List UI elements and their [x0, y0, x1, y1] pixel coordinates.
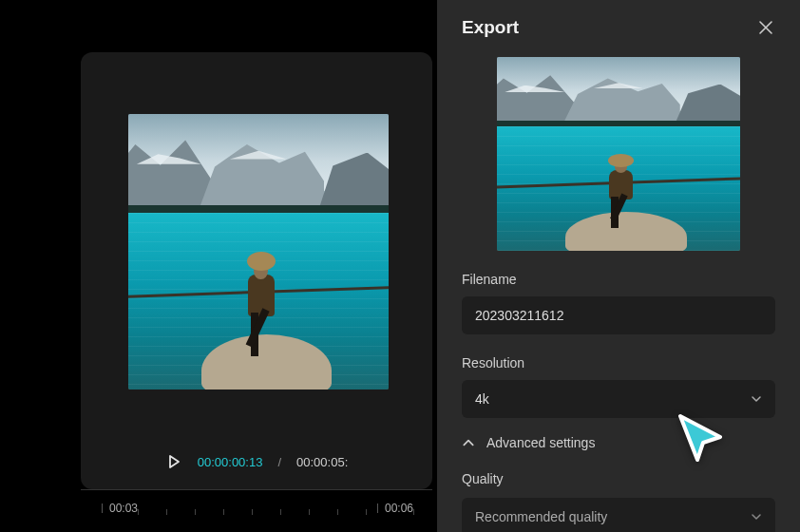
export-thumbnail: [497, 57, 740, 251]
preview-thumbnail[interactable]: [128, 114, 389, 390]
resolution-label: Resolution: [462, 355, 775, 370]
cursor-pointer-icon: [673, 410, 732, 469]
timeline[interactable]: 00:03 00:06: [81, 489, 432, 532]
time-separator: /: [277, 455, 281, 469]
filename-label: Filename: [462, 272, 775, 287]
advanced-settings-label: Advanced settings: [486, 435, 595, 450]
chevron-down-icon: [751, 393, 762, 405]
filename-input[interactable]: [462, 296, 775, 334]
export-panel: Export: [437, 0, 800, 532]
chevron-down-icon: [751, 511, 762, 522]
timeline-tick: 00:06: [385, 502, 413, 515]
quality-select[interactable]: Recommended quality: [462, 498, 775, 532]
play-icon: [166, 454, 181, 469]
play-button[interactable]: [165, 453, 182, 470]
transport-controls: 00:00:00:13 / 00:00:05:: [81, 453, 432, 470]
quality-label: Quality: [462, 471, 775, 486]
timeline-tick: 00:03: [109, 502, 138, 515]
chevron-up-icon: [462, 436, 475, 449]
preview-panel: 00:00:00:13 / 00:00:05:: [81, 52, 432, 489]
time-current: 00:00:00:13: [198, 455, 263, 469]
close-icon: [758, 20, 773, 35]
resolution-value: 4k: [475, 391, 489, 407]
close-button[interactable]: [756, 18, 775, 37]
time-total: 00:00:05:: [296, 455, 348, 469]
quality-value: Recommended quality: [475, 509, 607, 524]
export-title: Export: [462, 17, 519, 38]
